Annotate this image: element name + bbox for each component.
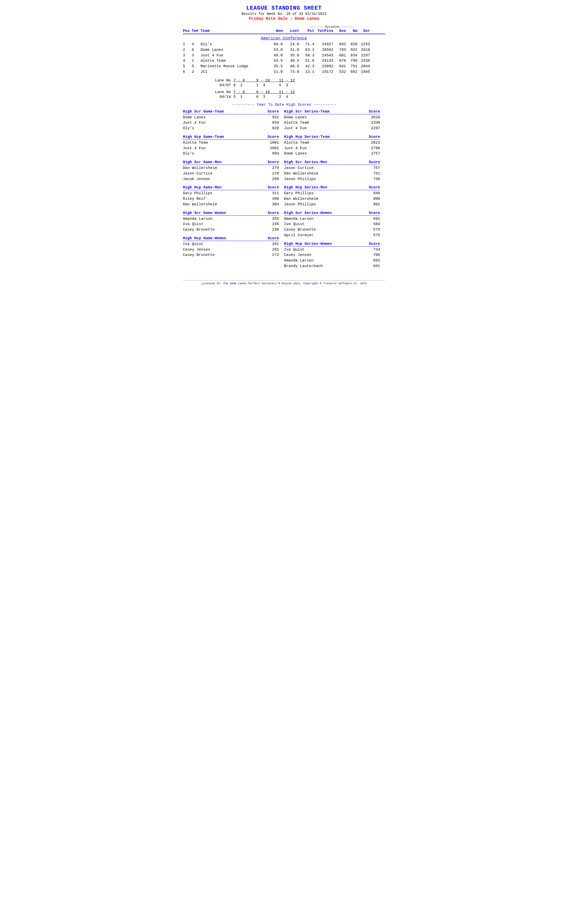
- list-item: Dome Lanes2610: [284, 115, 380, 120]
- score-section: High Hcp Series-MenScoreGary Phillips840…: [284, 185, 380, 207]
- team-lost: 48.5: [283, 64, 299, 69]
- team-gm: 751: [346, 64, 357, 69]
- score-col-label: Score: [267, 135, 279, 139]
- score-value: 734: [369, 247, 380, 253]
- list-item: Casey Brunette272: [183, 252, 279, 258]
- score-value: 2757: [369, 151, 380, 157]
- team-won: 43.5: [266, 58, 283, 64]
- score-value: 834: [267, 120, 279, 126]
- team-name: JCI: [201, 69, 266, 75]
- team-ave: 793: [333, 47, 346, 53]
- team-tm: 1: [192, 58, 201, 64]
- score-col-label: Score: [267, 185, 279, 190]
- team-totpins: 24543: [314, 53, 333, 59]
- score-value: 1001: [267, 146, 279, 151]
- score-value: 994: [267, 151, 279, 157]
- score-value: 932: [267, 115, 279, 120]
- score-col-label: Score: [369, 135, 380, 139]
- score-name: Riley Reif: [183, 196, 205, 202]
- lane-ranges-1: 7 - 8 9 - 10 11 - 12: [233, 79, 295, 83]
- team-lost: 73.0: [283, 69, 299, 75]
- score-category-header: High Scr Game-WomenScore: [183, 211, 279, 216]
- team-ave: 641: [333, 64, 346, 69]
- score-name: Just 4 Fun: [183, 120, 205, 126]
- score-category-header: High Scr Series-WomenScore: [284, 211, 380, 216]
- score-col-label: Score: [369, 185, 380, 190]
- score-value: 751: [369, 171, 380, 177]
- score-name: Dome Lanes: [284, 115, 307, 120]
- score-name: Alotta Team: [284, 120, 309, 126]
- score-name: Jason Curtice: [183, 171, 212, 177]
- team-ave: 692: [333, 42, 346, 47]
- list-item: Jason Phillips802: [284, 202, 380, 207]
- score-col-label: Score: [369, 110, 380, 114]
- team-name: Alotta Team: [201, 58, 266, 64]
- header-subtitle: Results for Week No. 29 of 33 03/31/2023: [183, 12, 385, 16]
- team-ser: 1945: [357, 69, 370, 75]
- score-section: High Hcp Game-MenScoreGary Phillips311Ri…: [183, 185, 279, 207]
- score-section: High Hcp Series-WomenScoreIva Quist734Ca…: [284, 242, 380, 269]
- score-section: High Scr Series-WomenScoreAmanda Larson6…: [284, 211, 380, 238]
- score-name: Dan Wollersheim: [284, 171, 318, 177]
- team-won: 60.0: [266, 42, 283, 47]
- standings-column-headers: Pos Tm# Team Won Lost Pct TotPins Ave Gm…: [183, 29, 385, 34]
- score-category-header: High Scr Series-MenScore: [284, 160, 380, 165]
- team-totpins: 28562: [314, 47, 333, 53]
- list-item: Dan Wollersheim751: [284, 171, 380, 177]
- score-name: Jason Phillips: [284, 177, 316, 182]
- col-gm-header: Gm: [346, 29, 357, 33]
- team-lost: 31.0: [283, 47, 299, 53]
- score-name: Jason Curtice: [284, 165, 314, 171]
- score-name: Casey Brunette: [183, 252, 215, 258]
- team-ser: 2610: [357, 47, 370, 53]
- team-ave: 670: [333, 58, 346, 64]
- score-value: 691: [369, 258, 380, 264]
- score-category-header: High Scr Game-TeamScore: [183, 110, 279, 114]
- team-name: Just 4 Fun: [201, 53, 266, 59]
- table-row: 4 1 Alotta Team 43.5 40.5 51.8 24133 670…: [183, 58, 385, 64]
- score-section: High Hcp Series-TeamScoreAlotta Team2823…: [284, 135, 380, 157]
- score-value: 2823: [369, 140, 380, 146]
- team-ave: 532: [333, 69, 346, 75]
- score-value: 245: [267, 222, 279, 227]
- col-ser-header: Ser: [357, 29, 370, 33]
- team-gm: 799: [346, 58, 357, 64]
- team-tm: 2: [192, 69, 201, 75]
- score-cat-label: High Scr Game-Women: [183, 211, 226, 215]
- team-totpins: 23092: [314, 64, 333, 69]
- score-col-label: Score: [369, 211, 380, 215]
- team-pos: 6: [183, 69, 192, 75]
- col-lost-header: Lost: [283, 29, 299, 33]
- team-gm: 828: [346, 42, 357, 47]
- list-item: Iva Quist291: [183, 242, 279, 247]
- team-won: 53.0: [266, 47, 283, 53]
- score-name: Jason Phillips: [284, 202, 316, 207]
- score-value: 304: [267, 202, 279, 207]
- score-cat-label: High Scr Game-Team: [183, 110, 224, 114]
- lane-ranges-2: 7 - 8 9 - 10 11 - 12: [233, 90, 295, 94]
- lane-assign-1: 6 2 1 4 5 3: [233, 83, 288, 88]
- header-league: Friday Nite Owls - Dome Lanes: [183, 17, 385, 21]
- score-value: 584: [369, 222, 380, 227]
- score-name: Iva Quist: [284, 247, 305, 253]
- score-category-header: High Hcp Game-WomenScore: [183, 236, 279, 241]
- score-name: Oly's: [183, 126, 194, 131]
- col-tm-header: Tm#: [192, 29, 201, 33]
- score-category-header: High Scr Series-TeamScore: [284, 110, 380, 114]
- score-cat-label: High Scr Series-Team: [284, 110, 329, 114]
- score-value: 255: [267, 216, 279, 222]
- list-item: Dan Wollersheim304: [183, 202, 279, 207]
- list-item: Just 4 Fun2297: [284, 126, 380, 131]
- score-name: Just 4 Fun: [183, 146, 205, 151]
- score-name: Amanda Larson: [284, 216, 314, 222]
- lane-no-label-2: Lane No: [183, 90, 233, 94]
- scratch-header: --------Scratch--------: [183, 25, 385, 29]
- score-name: April Cormier: [284, 233, 314, 238]
- list-item: Casey Jensen706: [284, 252, 380, 258]
- score-name: Iva Quist: [183, 222, 203, 227]
- score-cat-label: High Hcp Game-Team: [183, 135, 224, 139]
- team-pos: 1: [183, 42, 192, 47]
- score-cat-label: High Hcp Series-Men: [284, 185, 327, 190]
- score-category-header: High Scr Game-MenScore: [183, 160, 279, 165]
- conference-title: American Conference: [183, 36, 385, 41]
